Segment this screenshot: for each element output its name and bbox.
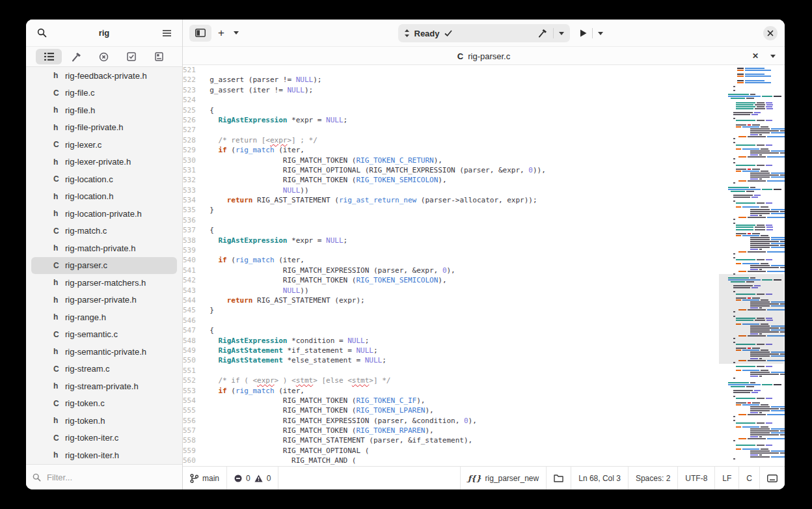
- cursor-position[interactable]: Ln 68, Col 3: [571, 467, 628, 489]
- tab-filename: rig-parser.c: [468, 51, 510, 61]
- line-number: 547: [183, 325, 201, 335]
- check-icon: [444, 30, 452, 36]
- code-line: 560 RIG_MATCH_AND (: [183, 456, 785, 465]
- search-button[interactable]: [33, 24, 51, 42]
- file-item[interactable]: Crig-match.c: [31, 223, 177, 240]
- code-line: 542 RIG_MATCH_TOKEN (RIG_TOKEN_SEMICOLON…: [183, 275, 785, 285]
- file-item[interactable]: Crig-semantic.c: [31, 326, 177, 344]
- code-line: 556 RIG_MATCH_EXPRESSION (parser, &condi…: [183, 416, 785, 426]
- file-item[interactable]: hrig-match-private.h: [31, 240, 177, 257]
- line-number: 538: [183, 236, 201, 245]
- filter-search-icon: [33, 473, 41, 482]
- line-number: 539: [183, 245, 201, 255]
- file-name: rig-token-iter.h: [65, 450, 119, 460]
- branch-name: main: [202, 474, 219, 483]
- build-status-label: Ready: [414, 29, 440, 38]
- panel-tab-project-tree[interactable]: [36, 49, 62, 64]
- file-item[interactable]: Crig-token-iter.c: [31, 430, 177, 447]
- file-item[interactable]: Crig-file.c: [31, 85, 177, 102]
- line-number: 560: [183, 456, 201, 465]
- tab-list-caret[interactable]: [770, 55, 776, 58]
- current-symbol[interactable]: ƒ{} rig_parser_new: [460, 467, 546, 489]
- file-item[interactable]: hrig-location.h: [31, 188, 177, 206]
- headerbar: + Ready: [183, 20, 785, 47]
- file-item[interactable]: hrig-lexer-private.h: [31, 154, 177, 171]
- line-number: 549: [183, 346, 201, 355]
- build-options-caret[interactable]: [559, 32, 564, 35]
- line-ending-setting[interactable]: LF: [714, 467, 738, 489]
- file-item[interactable]: hrig-token-iter.h: [31, 447, 177, 464]
- file-item[interactable]: Crig-stream.c: [31, 361, 177, 378]
- file-item[interactable]: hrig-token.h: [31, 412, 177, 430]
- file-item[interactable]: hrig-file.h: [31, 102, 177, 119]
- file-item[interactable]: Crig-lexer.c: [31, 136, 177, 154]
- file-item[interactable]: Crig-token.c: [31, 395, 177, 413]
- file-item[interactable]: Crig-parser.c: [31, 257, 177, 275]
- code-line: 530 RIG_MATCH_TOKEN (RIG_TOKEN_C_RETURN)…: [183, 156, 785, 165]
- checkbox-icon: [127, 52, 136, 61]
- diagnostics-summary[interactable]: 0 0: [227, 467, 278, 489]
- line-number: 546: [183, 316, 201, 325]
- header-file-icon: h: [53, 71, 65, 80]
- omnibar[interactable]: Ready: [398, 24, 570, 42]
- line-number: 558: [183, 435, 201, 445]
- file-name: rig-file.c: [65, 88, 95, 98]
- file-item[interactable]: hrig-feedback-private.h: [31, 67, 177, 85]
- keyboard-settings-button[interactable]: [759, 467, 785, 489]
- editor-pane: + Ready: [182, 20, 785, 489]
- indentation-setting[interactable]: Spaces: 2: [628, 467, 677, 489]
- line-number: 524: [183, 95, 201, 105]
- file-item[interactable]: Crig-location.c: [31, 171, 177, 188]
- file-name: rig-semantic-private.h: [65, 347, 146, 357]
- symbol-name: rig_parser_new: [485, 474, 539, 483]
- updown-selector-icon: [404, 29, 410, 37]
- line-number: 548: [183, 336, 201, 346]
- file-item[interactable]: hrig-stream-private.h: [31, 378, 177, 395]
- project-folder-button[interactable]: [546, 467, 571, 489]
- tab-close-button[interactable]: ✕: [752, 51, 759, 61]
- file-item[interactable]: hrig-parser-matchers.h: [31, 274, 177, 292]
- c-file-icon: C: [53, 330, 65, 339]
- code-line: 541 RIG_MATCH_EXPRESSION (parser, &expr,…: [183, 266, 785, 275]
- close-window-button[interactable]: [763, 26, 778, 40]
- file-name: rig-match-private.h: [65, 243, 135, 253]
- new-tab-button[interactable]: +: [214, 24, 228, 42]
- line-number: 528: [183, 135, 201, 145]
- file-item[interactable]: hrig-range.h: [31, 309, 177, 326]
- code-editor[interactable]: 521522 g_assert (parser != NULL);523 g_a…: [183, 65, 785, 466]
- language-setting[interactable]: C: [738, 467, 759, 489]
- line-number: 545: [183, 305, 201, 315]
- panel-tab-documentation[interactable]: [146, 49, 172, 64]
- toggle-sidebar-button[interactable]: [189, 25, 211, 42]
- file-item[interactable]: hrig-file-private.h: [31, 119, 177, 137]
- new-tab-caret-button[interactable]: [231, 24, 241, 42]
- c-file-icon: C: [53, 174, 65, 184]
- run-options-caret[interactable]: [598, 32, 603, 35]
- line-number: 551: [183, 366, 201, 376]
- code-line: 531 RIG_MATCH_OPTIONAL (RIG_MATCH_EXPRES…: [183, 165, 785, 175]
- panel-tab-tests[interactable]: [118, 49, 144, 64]
- error-count: 0: [246, 474, 250, 483]
- build-button[interactable]: [538, 29, 548, 38]
- menu-button[interactable]: [157, 24, 176, 42]
- filter-input[interactable]: [46, 472, 163, 483]
- code-line: 543 NULL)): [183, 286, 785, 296]
- git-branch-indicator[interactable]: main: [183, 467, 227, 489]
- file-item[interactable]: hrig-location-private.h: [31, 205, 177, 223]
- minimap-viewport[interactable]: [719, 274, 784, 364]
- file-name: rig-parser.c: [65, 260, 107, 270]
- file-item[interactable]: hrig-semantic-private.h: [31, 343, 177, 361]
- file-name: rig-lexer.c: [65, 140, 102, 150]
- line-number: 525: [183, 105, 201, 115]
- c-file-icon: C: [53, 261, 65, 270]
- file-name: rig-location.h: [65, 191, 113, 201]
- file-item[interactable]: hrig-parser-private.h: [31, 292, 177, 309]
- panel-tab-diagnostics[interactable]: [91, 49, 117, 64]
- sidebar: rig: [26, 20, 182, 489]
- code-line: 547 {: [183, 325, 785, 335]
- minimap[interactable]: [719, 65, 784, 466]
- panel-tab-build[interactable]: [64, 49, 90, 64]
- tab-open-file[interactable]: C rig-parser.c: [457, 47, 510, 65]
- run-button[interactable]: [580, 29, 587, 37]
- encoding-setting[interactable]: UTF-8: [677, 467, 714, 489]
